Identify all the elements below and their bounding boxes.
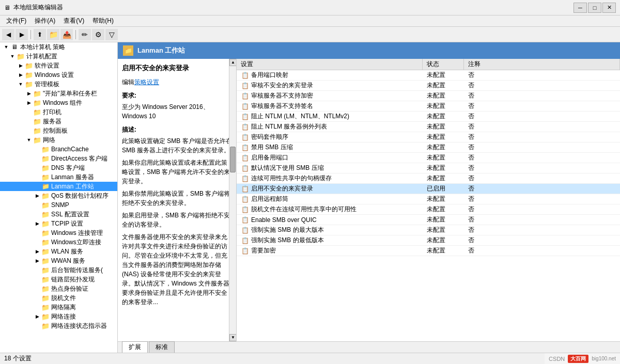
scroll-down-arrow[interactable]: ▼: [229, 334, 237, 341]
software-toggle[interactable]: ▶: [17, 61, 25, 70]
tree-item-wwan[interactable]: ▶ 📁 WWAN 服务: [0, 256, 117, 265]
desc-scrollbar[interactable]: ▲ ▼: [229, 59, 236, 341]
tree-item-control[interactable]: 📁 控制面板: [0, 126, 117, 135]
cell-note: 否: [464, 246, 620, 256]
tree-item-wlan[interactable]: ▶ 📁 WLAN 服务: [0, 247, 117, 256]
tcpip-toggle[interactable]: ▶: [33, 219, 41, 228]
list-item[interactable]: 📋 密码套件顺序 未配置 否: [237, 132, 620, 143]
list-item-enabled[interactable]: 📋 启用不安全的来宾登录 已启用 否: [237, 184, 620, 194]
list-item[interactable]: 📋 审核不安全的来宾登录 未配置 否: [237, 81, 620, 91]
tree-item-software[interactable]: ▶ 📁 软件设置: [0, 61, 117, 70]
col-header-setting[interactable]: 设置: [237, 59, 423, 70]
tree-item-server[interactable]: 📁 服务器: [0, 117, 117, 126]
tree-item-branchcache[interactable]: 📁 BranchCache: [0, 145, 117, 154]
tree-item-lanman-workstation[interactable]: 📁 Lanman 工作站: [0, 182, 117, 191]
tree-item-offline-label: 脱机文件: [51, 294, 76, 303]
list-item[interactable]: 📋 脱机文件在连续可用性共享中的可用性 未配置 否: [237, 204, 620, 215]
tree-item-admin[interactable]: ▼ 📁 管理模板: [0, 80, 117, 89]
settings-button[interactable]: ⚙: [92, 29, 104, 40]
list-item[interactable]: 📋 连续可用性共享中的句柄缓存 未配置 否: [237, 173, 620, 184]
scroll-thumb[interactable]: [230, 147, 236, 172]
wincomp-toggle[interactable]: ▶: [25, 99, 33, 107]
tree-item-network[interactable]: ▼ 📁 网络: [0, 135, 117, 145]
tree-item-qos[interactable]: ▶ 📁 QoS 数据包计划程序: [0, 191, 117, 200]
menu-file[interactable]: 文件(F): [2, 15, 30, 26]
cell-note: 否: [464, 173, 620, 183]
tree-item-layer[interactable]: 📁 链路层拓扑发现: [0, 275, 117, 284]
tab-standard[interactable]: 标准: [149, 341, 175, 353]
tree-root[interactable]: ▼ 🖥 本地计算机 策略: [0, 42, 117, 52]
tree-item-netconnect[interactable]: ▶ 📁 网络连接: [0, 312, 117, 321]
admin-toggle[interactable]: ▼: [17, 80, 25, 88]
tree-item-offline[interactable]: 📁 脱机文件: [0, 293, 117, 303]
tree-item-dns[interactable]: 📁 DNS 客户端: [0, 163, 117, 172]
tree-item-wic[interactable]: 📁 Windows立即连接: [0, 238, 117, 247]
tree-item-ssl[interactable]: 📁 SSL 配置设置: [0, 210, 117, 219]
tree-item-start[interactable]: ▶ 📁 "开始"菜单和任务栏: [0, 89, 117, 98]
close-button[interactable]: ✕: [602, 3, 616, 13]
list-item[interactable]: 📋 阻止 NTLM 服务器例外列表 未配置 否: [237, 122, 620, 132]
wlan-toggle[interactable]: ▶: [33, 247, 41, 256]
netconnect-toggle[interactable]: ▶: [33, 312, 41, 321]
tree-item-wcm[interactable]: 📁 Windows 连接管理: [0, 228, 117, 238]
tree-item-admin-label: 管理模板: [35, 80, 59, 89]
folder-icon-qos: 📁: [41, 192, 50, 200]
edit-button[interactable]: ✏: [79, 29, 91, 40]
list-item[interactable]: 📋 备用端口映射 未配置 否: [237, 70, 620, 81]
folder-button[interactable]: 📁: [47, 29, 59, 40]
cell-status: 未配置: [423, 225, 464, 235]
cell-note: 否: [464, 153, 620, 163]
tree-item-directaccess[interactable]: 📁 DirectAccess 客户端: [0, 154, 117, 163]
list-item[interactable]: 📋 强制实施 SMB 的最低版本 未配置 否: [237, 235, 620, 246]
list-item[interactable]: 📋 默认情况下使用 SMB 压缩 未配置 否: [237, 163, 620, 173]
tree-item-computer-config[interactable]: ▼ 📁 计算机配置: [0, 52, 117, 61]
export-button[interactable]: 📤: [60, 29, 73, 40]
list-item[interactable]: 📋 启用备用端口 未配置 否: [237, 153, 620, 163]
start-toggle[interactable]: ▶: [25, 89, 33, 98]
tab-expand[interactable]: 扩展: [122, 341, 148, 353]
menu-action[interactable]: 操作(A): [30, 15, 59, 26]
tree-item-bg[interactable]: 📁 后台智能传送服务(: [0, 265, 117, 275]
qos-toggle[interactable]: ▶: [33, 192, 41, 200]
back-button[interactable]: ◀: [2, 29, 14, 40]
forward-button[interactable]: ▶: [16, 29, 28, 40]
tree-item-branchcache-label: BranchCache: [51, 146, 89, 153]
list-item[interactable]: 📋 Enable SMB over QUIC 未配置 否: [237, 215, 620, 225]
col-header-note[interactable]: 注释: [464, 59, 620, 70]
list-item[interactable]: 📋 审核服务器不支持签名 未配置 否: [237, 101, 620, 112]
menu-view[interactable]: 查看(V): [59, 15, 88, 26]
policy-icon: 📋: [241, 236, 249, 245]
list-item[interactable]: 📋 审核服务器不支持加密 未配置 否: [237, 91, 620, 101]
list-item[interactable]: 📋 阻止 NTLM (LM、NTLM、NTLMv2) 未配置 否: [237, 112, 620, 122]
desc-link[interactable]: 策略设置: [134, 78, 159, 86]
list-item[interactable]: 📋 启用远程邮筒 未配置 否: [237, 194, 620, 204]
wwan-toggle[interactable]: ▶: [33, 257, 41, 265]
tree-item-netstatus[interactable]: 📁 网络连接状态指示器: [0, 321, 117, 330]
csdn-text: CSDN: [549, 356, 565, 362]
up-button[interactable]: ⬆: [34, 29, 46, 40]
tree-item-hotspot[interactable]: 📁 热点身份验证: [0, 284, 117, 293]
computer-config-toggle[interactable]: ▼: [8, 52, 17, 60]
maximize-button[interactable]: □: [588, 3, 601, 13]
cell-status: 未配置: [423, 70, 464, 80]
col-header-status[interactable]: 状态: [423, 59, 464, 70]
tree-item-snmp[interactable]: 📁 SNMP: [0, 200, 117, 210]
list-item[interactable]: 📋 禁用 SMB 压缩 未配置 否: [237, 143, 620, 153]
list-item[interactable]: 📋 需要加密 未配置 否: [237, 246, 620, 256]
tree-item-printer[interactable]: 📁 打印机: [0, 107, 117, 117]
windows-toggle[interactable]: ▶: [17, 71, 25, 79]
scroll-up-arrow[interactable]: ▲: [229, 59, 237, 66]
root-toggle[interactable]: ▼: [2, 43, 10, 51]
minimize-button[interactable]: ─: [574, 3, 587, 13]
tree-item-wincomp[interactable]: ▶ 📁 Windows 组件: [0, 98, 117, 107]
filter-button[interactable]: ▽: [105, 29, 118, 40]
policy-icon: 📋: [241, 133, 249, 141]
list-item[interactable]: 📋 强制实施 SMB 的最大版本 未配置 否: [237, 225, 620, 235]
tree-item-windows[interactable]: ▶ 📁 Windows 设置: [0, 70, 117, 80]
network-toggle[interactable]: ▼: [25, 136, 33, 144]
menu-help[interactable]: 帮助(H): [88, 15, 118, 26]
tree-item-isolation[interactable]: 📁 网络隔离: [0, 303, 117, 312]
tree-item-lanman-server[interactable]: 📁 Lanman 服务器: [0, 172, 117, 182]
logo-icon: 大百网: [568, 355, 588, 363]
tree-item-tcpip[interactable]: ▶ 📁 TCPIP 设置: [0, 219, 117, 228]
